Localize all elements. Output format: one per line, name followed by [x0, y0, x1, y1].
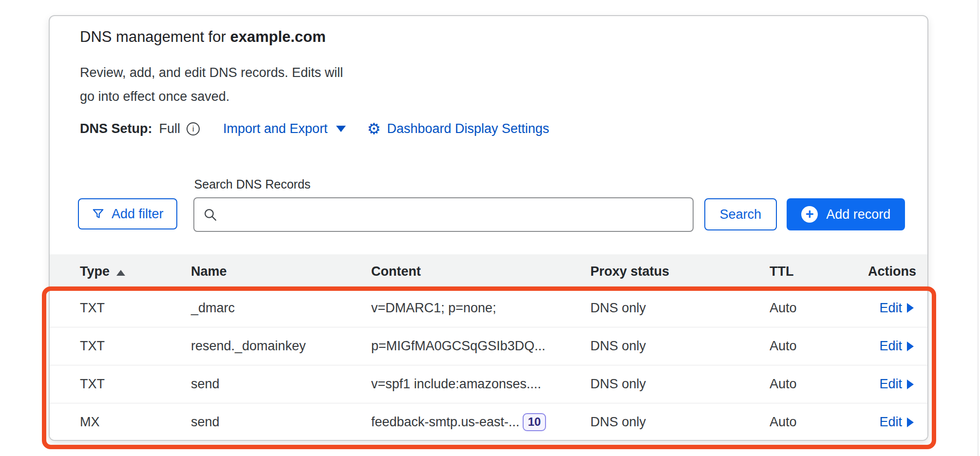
- cell-content: feedback-smtp.us-east-... 10: [371, 413, 590, 431]
- page-edge-divider: [978, 0, 979, 456]
- page-description: Review, add, and edit DNS records. Edits…: [80, 61, 927, 109]
- dns-setup-label: DNS Setup:: [80, 121, 152, 136]
- cell-name: _dmarc: [191, 301, 371, 316]
- filter-funnel-icon: [92, 208, 105, 220]
- column-header-actions: Actions: [868, 264, 916, 279]
- cell-proxy-status: DNS only: [590, 339, 770, 354]
- sort-ascending-icon: [116, 270, 125, 276]
- search-box[interactable]: [193, 197, 694, 232]
- cell-name: send: [191, 377, 371, 392]
- cell-ttl: Auto: [770, 415, 868, 430]
- info-icon[interactable]: i: [187, 122, 200, 135]
- cell-type: MX: [80, 415, 191, 430]
- cell-name: resend._domainkey: [191, 339, 371, 354]
- table-row: TXT send v=spf1 include:amazonses.... DN…: [50, 365, 927, 403]
- cell-proxy-status: DNS only: [590, 415, 770, 430]
- mx-priority-badge: 10: [523, 413, 547, 431]
- column-header-content[interactable]: Content: [371, 264, 590, 279]
- table-controls: Add filter Search DNS Records Search + A…: [78, 177, 927, 232]
- dns-management-card: DNS management for example.com Review, a…: [49, 15, 928, 441]
- edit-record-link[interactable]: Edit: [879, 415, 914, 430]
- domain-name: example.com: [230, 28, 325, 45]
- search-section: Search DNS Records: [193, 177, 694, 232]
- cell-ttl: Auto: [770, 301, 868, 316]
- dns-management-page: DNS management for example.com Review, a…: [0, 0, 980, 456]
- table-row: TXT resend._domainkey p=MIGfMA0GCSqGSIb3…: [50, 327, 927, 365]
- dashboard-display-settings-link[interactable]: ⚙ Dashboard Display Settings: [367, 121, 549, 136]
- search-button-label: Search: [720, 207, 762, 222]
- search-input[interactable]: [223, 207, 684, 222]
- search-icon: [203, 208, 217, 222]
- edit-record-link[interactable]: Edit: [879, 301, 914, 316]
- cell-content-text: feedback-smtp.us-east-...: [371, 415, 520, 430]
- page-title: DNS management for example.com: [80, 28, 927, 46]
- cell-ttl: Auto: [770, 377, 868, 392]
- table-header-row: Type Name Content Proxy status TTL Actio…: [50, 254, 927, 289]
- import-export-label: Import and Export: [223, 121, 328, 136]
- chevron-right-icon: [907, 342, 914, 351]
- dns-setup-row: DNS Setup: Full i Import and Export ⚙ Da…: [80, 121, 927, 136]
- add-filter-label: Add filter: [112, 207, 164, 222]
- chevron-right-icon: [907, 380, 914, 389]
- chevron-down-icon: [336, 126, 346, 132]
- add-filter-button[interactable]: Add filter: [78, 198, 177, 229]
- gear-icon: ⚙: [367, 121, 381, 136]
- dashboard-display-settings-label: Dashboard Display Settings: [387, 121, 549, 136]
- table-row: MX send feedback-smtp.us-east-... 10 DNS…: [50, 403, 927, 441]
- column-header-type[interactable]: Type: [80, 264, 191, 279]
- cell-type: TXT: [80, 377, 191, 392]
- column-header-name[interactable]: Name: [191, 264, 371, 279]
- plus-icon: +: [801, 206, 818, 223]
- cell-content: v=spf1 include:amazonses....: [371, 377, 590, 392]
- dns-records-table: Type Name Content Proxy status TTL Actio…: [50, 254, 927, 441]
- import-export-link[interactable]: Import and Export: [223, 121, 346, 136]
- cell-content: v=DMARC1; p=none;: [371, 301, 590, 316]
- chevron-right-icon: [907, 303, 914, 313]
- search-dns-records-label: Search DNS Records: [194, 177, 694, 191]
- cell-type: TXT: [80, 301, 191, 316]
- page-title-prefix: DNS management for: [80, 28, 230, 45]
- add-record-button[interactable]: + Add record: [787, 198, 905, 230]
- cell-name: send: [191, 415, 371, 430]
- page-description-line1: Review, add, and edit DNS records. Edits…: [80, 61, 927, 85]
- dns-setup-value: Full: [159, 121, 181, 136]
- edit-record-link[interactable]: Edit: [879, 377, 914, 392]
- table-row: TXT _dmarc v=DMARC1; p=none; DNS only Au…: [50, 289, 927, 327]
- page-description-line2: go into effect once saved.: [80, 85, 927, 109]
- cell-type: TXT: [80, 339, 191, 354]
- chevron-right-icon: [907, 418, 914, 427]
- edit-record-link[interactable]: Edit: [879, 339, 914, 354]
- search-button[interactable]: Search: [704, 198, 777, 230]
- cell-proxy-status: DNS only: [590, 377, 770, 392]
- cell-ttl: Auto: [770, 339, 868, 354]
- cell-proxy-status: DNS only: [590, 301, 770, 316]
- add-record-label: Add record: [826, 207, 890, 222]
- column-header-ttl[interactable]: TTL: [770, 264, 868, 279]
- column-header-proxy-status[interactable]: Proxy status: [590, 264, 770, 279]
- cell-content: p=MIGfMA0GCSqGSIb3DQ...: [371, 339, 590, 354]
